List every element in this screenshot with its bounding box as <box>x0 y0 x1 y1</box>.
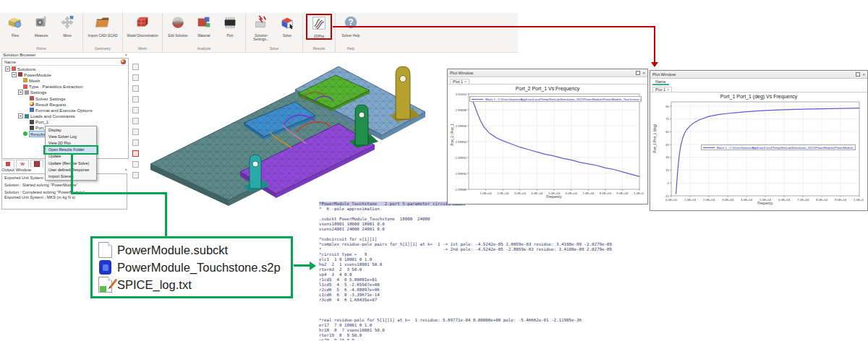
ribbon-item-label: Files <box>12 34 19 38</box>
netlist-line: rter19 8 9 50.0 <box>319 333 867 338</box>
tab-close-icon[interactable]: × <box>464 79 467 84</box>
svg-text:2.99992: 2.99992 <box>455 156 467 160</box>
ribbon-item-label: Measure <box>35 34 48 38</box>
tree-item-result-request[interactable]: Result Request <box>2 101 128 107</box>
tree-item-mesh[interactable]: Mesh <box>2 77 128 83</box>
svg-text:Frequency: Frequency <box>757 202 773 205</box>
green-connector-vertical-2 <box>165 192 167 236</box>
y-axis-label: Port_2 / Port_1 <box>451 131 454 146</box>
plot-window-titlebar[interactable]: Plot Window × <box>448 69 647 77</box>
ribbon-group-label: Mesh <box>126 46 159 52</box>
dock-icon[interactable] <box>636 71 640 75</box>
close-icon[interactable]: × <box>862 72 865 77</box>
tree-item-type-parasitics-extraction[interactable]: Type : Parasitics Extraction <box>2 84 128 90</box>
svg-text:4.0E+04: 4.0E+04 <box>741 198 753 202</box>
tab-messages-icon[interactable] <box>30 160 43 168</box>
menu-item-view-2d-plot[interactable]: View 2D Plot <box>46 139 96 146</box>
svg-text:0: 0 <box>668 181 670 185</box>
tab-close-icon[interactable]: × <box>667 87 669 92</box>
settings-icon <box>25 90 29 95</box>
file-row-s2p[interactable]: PowerModule_Touchstone.s2p <box>98 259 285 275</box>
close-icon[interactable]: × <box>124 53 127 57</box>
ribbon-item-import-cad-ecad[interactable]: Import CAD/ ECAD <box>86 14 119 38</box>
tree-item-solver-settings[interactable]: Solver Settings <box>2 95 128 101</box>
tree-item-label: Loads and Constraints <box>30 113 75 118</box>
edit-solution-icon <box>170 14 186 33</box>
svg-text:0.0E+00: 0.0E+00 <box>665 198 678 202</box>
results-folder-box: PowerModule.subckt PowerModule_Touchston… <box>90 236 293 298</box>
tree-item-label: Settings <box>30 90 46 95</box>
mesh-view-icon[interactable] <box>132 139 139 146</box>
material-icon <box>196 14 212 33</box>
name-tab[interactable]: Name <box>652 79 669 85</box>
ribbon-item-solve[interactable]: Solve <box>275 14 299 42</box>
tree-item-label: Mesh <box>29 78 40 83</box>
ribbon-item-move[interactable]: Move <box>55 14 80 38</box>
tree-item-label: PowerModule <box>24 72 51 77</box>
ribbon-item-material[interactable]: Material <box>192 14 216 38</box>
tree-collapse-icon[interactable] <box>18 113 23 118</box>
output-tab-strip: W <box>1 160 43 168</box>
dock-icon[interactable] <box>856 72 860 77</box>
ribbon-item-edit-solution[interactable]: Edit Solution <box>166 14 190 38</box>
rotate-icon[interactable] <box>132 85 139 92</box>
svg-text:8.0E+04: 8.0E+04 <box>816 198 828 202</box>
zoom-icon[interactable] <box>132 96 139 103</box>
ribbon-item-measure[interactable]: Measure <box>29 14 54 38</box>
netlist-line: .subckt PowerModule_Touchstone 18000 240… <box>319 217 867 222</box>
ribbon-item-2dplot[interactable]: 2DPlot <box>306 14 332 40</box>
select-icon[interactable] <box>132 64 139 70</box>
ribbon-item-port[interactable]: Port <box>218 14 242 38</box>
chart-title: Port_2 Port_1 Vs Frequency <box>448 85 647 92</box>
chart-title: Port_1 Port_1 (deg) Vs Frequency <box>650 92 867 100</box>
ribbon-item-model-discretization[interactable]: Model Discretization <box>126 14 159 38</box>
tab-warnings-icon[interactable]: W <box>16 160 29 168</box>
fit-icon[interactable] <box>132 107 139 113</box>
tree-item-solutions[interactable]: Solutions <box>2 66 128 72</box>
tab-plot1[interactable]: Plot 1 × <box>652 87 672 92</box>
result-request-icon <box>30 102 34 106</box>
tab-errors-icon[interactable] <box>1 160 14 168</box>
viewport-toolbar <box>131 64 140 178</box>
plot-window-titlebar[interactable]: Plot Window × <box>650 71 867 79</box>
display-sphere-icon[interactable] <box>121 59 126 64</box>
green-arrowhead-icon <box>310 262 316 270</box>
menu-item-open-results-folder[interactable]: Open Results Folder <box>46 147 96 153</box>
measure-icon[interactable] <box>132 118 139 124</box>
ribbon-item-label: Port <box>227 34 234 38</box>
menu-item-display[interactable]: Display <box>46 126 96 133</box>
tree-collapse-icon[interactable] <box>12 72 17 77</box>
ribbon-item-files[interactable]: Files <box>3 14 27 38</box>
close-icon[interactable]: × <box>642 71 645 75</box>
menu-item-view-solver-log[interactable]: View Solver Log <box>46 133 96 139</box>
file-row-log[interactable]: SPICE_log.txt <box>98 277 285 293</box>
tree-item-port-1[interactable]: Port_1 <box>2 119 128 125</box>
tree-item-powermodule[interactable]: PowerModule <box>2 72 128 77</box>
tree-item-format-and-execute-options[interactable]: Format and Execute Options <box>2 107 128 113</box>
format-options-icon <box>30 108 34 112</box>
svg-text:1.0E+04: 1.0E+04 <box>684 198 697 202</box>
tree-item-label: Result Request <box>35 102 66 107</box>
file-row-subckt[interactable]: PowerModule.subckt <box>98 242 285 258</box>
section-icon[interactable] <box>132 129 139 135</box>
ribbon-item-solution-settings[interactable]: Solution Settings... <box>249 14 273 42</box>
tree-header-name: Name <box>4 60 16 64</box>
isolate-icon[interactable] <box>132 161 139 168</box>
netlist-line: elc1 1 0 18001 0 1.0 <box>319 257 867 262</box>
tree-collapse-icon[interactable] <box>5 66 10 72</box>
tree-collapse-icon[interactable] <box>18 90 23 95</box>
svg-text:3.00000: 3.00000 <box>455 92 467 96</box>
tree-item-loads-and-constraints[interactable]: Loads and Constraints <box>2 113 128 119</box>
netlist-line: *real residue-pole for S[1][1] at k= 1 r… <box>319 318 867 323</box>
tree-item-settings[interactable]: Settings <box>2 90 128 95</box>
port-icon <box>30 126 34 130</box>
netlist-text[interactable]: *PowerModule_Touchstone 2-port S-paramet… <box>319 202 867 340</box>
svg-text:6.0E+04: 6.0E+04 <box>566 191 578 195</box>
svg-text:2.99994: 2.99994 <box>455 140 467 144</box>
settings-icon[interactable] <box>132 172 139 178</box>
tab-plot1[interactable]: Plot 1 × <box>450 79 469 84</box>
close-icon[interactable]: × <box>124 168 127 172</box>
pan-icon[interactable] <box>132 74 139 81</box>
display-red-icon[interactable] <box>132 150 139 157</box>
ribbon-group-label: Results <box>306 46 332 52</box>
